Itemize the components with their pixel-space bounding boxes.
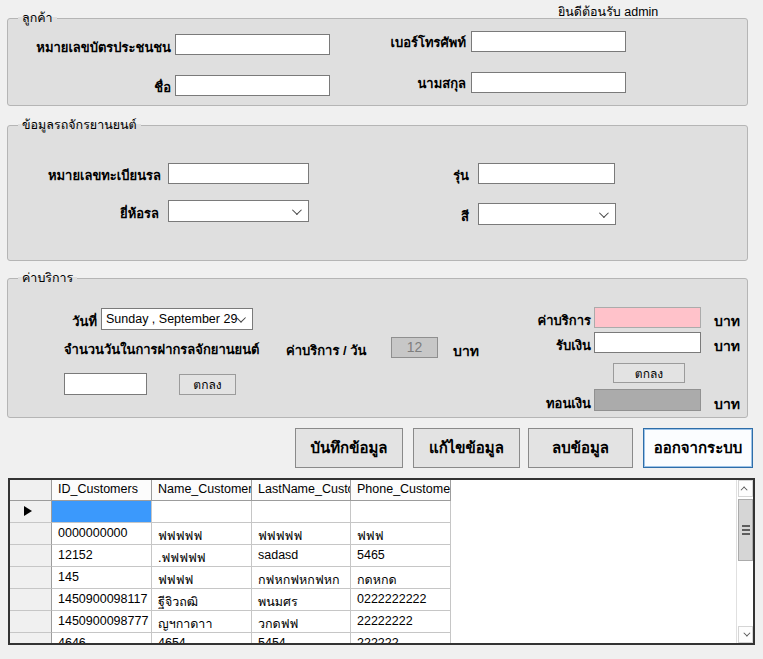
table-cell[interactable]: ฐีจิวถฒิ: [152, 589, 252, 611]
chevron-down-icon: [743, 630, 750, 637]
phone-label: เบอร์โทรศัพท์: [338, 32, 466, 53]
column-header-phone[interactable]: Phone_Customers: [351, 480, 451, 501]
row-selector[interactable]: [10, 589, 52, 611]
table-cell[interactable]: ฟฟฟ: [351, 523, 451, 545]
table-row: 4646 4654 5454 222222: [10, 633, 753, 645]
scroll-down-button[interactable]: [738, 626, 753, 643]
payment-ok-button[interactable]: ตกลง: [613, 363, 685, 383]
phone-input[interactable]: [471, 31, 626, 52]
chevron-down-icon: [292, 205, 302, 215]
column-header-lastname[interactable]: LastName_Custome: [252, 480, 351, 501]
row-selector[interactable]: [10, 501, 52, 523]
plate-number-input[interactable]: [168, 163, 309, 184]
row-selector[interactable]: [10, 567, 52, 589]
table-cell[interactable]: [152, 501, 252, 523]
thumb-grip-icon: [742, 533, 750, 535]
edit-button[interactable]: แก้ไขข้อมูล: [413, 428, 520, 468]
table-cell[interactable]: ญฯกาดาา: [152, 611, 252, 633]
grid-row-filler: [451, 611, 753, 633]
model-input[interactable]: [478, 163, 615, 184]
days-count-label: จำนวนวันในการฝากรลจักยานยนต์: [64, 339, 260, 360]
table-cell[interactable]: 4646: [52, 633, 152, 645]
grid-corner-cell[interactable]: [10, 480, 52, 501]
rate-per-day-value: 12: [391, 337, 438, 358]
save-button[interactable]: บันทึกข้อมูล: [295, 428, 403, 468]
brand-label: ยี่ห้อรล: [11, 203, 159, 224]
table-cell[interactable]: กฟหกฟหกฟหก: [252, 567, 351, 589]
table-cell[interactable]: 0000000000: [52, 523, 152, 545]
table-cell[interactable]: 5454: [252, 633, 351, 645]
scroll-up-button[interactable]: [738, 480, 753, 497]
logout-button[interactable]: ออกจากระบบ: [643, 428, 753, 468]
table-cell[interactable]: sadasd: [252, 545, 351, 567]
days-count-input[interactable]: [64, 373, 147, 395]
app-window: ยินดีต้อนรับ admin ลูกค้า หมายเลขบัตรประ…: [0, 0, 763, 659]
table-cell[interactable]: 0222222222: [351, 589, 451, 611]
delete-button[interactable]: ลบข้อมูล: [528, 428, 633, 468]
chevron-up-icon: [741, 486, 748, 493]
chevron-down-icon: [237, 313, 246, 322]
table-cell[interactable]: พนมศร: [252, 589, 351, 611]
received-input[interactable]: [594, 332, 701, 353]
baht-label: บาท: [714, 393, 740, 415]
rate-per-day-label: ค่าบริการ / วัน: [286, 340, 366, 361]
grid-row-filler: [451, 633, 753, 645]
baht-label: บาท: [714, 335, 740, 357]
table-cell[interactable]: วกดฟฟ: [252, 611, 351, 633]
grid-header-row: ID_Customers Name_Customers LastName_Cus…: [10, 480, 753, 501]
table-cell[interactable]: 1450900098117: [52, 589, 152, 611]
brand-combobox[interactable]: [168, 200, 309, 222]
table-cell[interactable]: 22222222: [351, 611, 451, 633]
table-cell[interactable]: [252, 501, 351, 523]
thumb-grip-icon: [742, 529, 750, 531]
color-combobox[interactable]: [478, 203, 616, 225]
date-label: วันที่: [37, 311, 97, 332]
chevron-down-icon: [599, 208, 609, 218]
days-ok-button[interactable]: ตกลง: [179, 374, 236, 395]
table-row: 1450900098117 ฐีจิวถฒิ พนมศร 0222222222: [10, 589, 753, 611]
table-row: 0000000000 ฟฟฟฟฟ ฟฟฟฟฟ ฟฟฟ: [10, 523, 753, 545]
row-selector[interactable]: [10, 633, 52, 645]
column-header-id[interactable]: ID_Customers: [52, 480, 152, 501]
scrollbar-thumb[interactable]: [738, 499, 753, 561]
table-cell[interactable]: 5465: [351, 545, 451, 567]
table-cell[interactable]: กดหกด: [351, 567, 451, 589]
firstname-input[interactable]: [175, 75, 330, 96]
row-selector[interactable]: [10, 545, 52, 567]
row-selector[interactable]: [10, 611, 52, 633]
row-selector[interactable]: [10, 523, 52, 545]
table-cell[interactable]: [52, 501, 152, 523]
customers-grid: ID_Customers Name_Customers LastName_Cus…: [8, 478, 755, 645]
received-label: รับเงิน: [489, 335, 591, 356]
table-cell[interactable]: ฟฟฟฟฟ: [252, 523, 351, 545]
table-row: 12152 .ฟฟฟฟฟ sadasd 5465: [10, 545, 753, 567]
table-cell[interactable]: ฟฟฟฟฟ: [152, 523, 252, 545]
citizen-id-label: หมายเลขบัตรประชนชน: [21, 37, 171, 58]
baht-label: บาท: [453, 340, 479, 362]
fee-input[interactable]: [594, 307, 701, 328]
citizen-id-input[interactable]: [175, 34, 330, 55]
table-row: [10, 501, 753, 523]
firstname-label: ชื่อ: [101, 77, 171, 98]
column-header-name[interactable]: Name_Customers: [152, 480, 252, 501]
table-cell[interactable]: 12152: [52, 545, 152, 567]
table-cell[interactable]: .ฟฟฟฟฟ: [152, 545, 252, 567]
table-cell[interactable]: 4654: [152, 633, 252, 645]
service-fee-group-title: ค่าบริการ: [18, 270, 77, 286]
lastname-input[interactable]: [471, 72, 626, 93]
grid-header-filler: [451, 480, 753, 501]
date-picker-value: Sunday , September 29: [102, 312, 237, 326]
grid-row-filler: [451, 589, 753, 611]
grid-row-filler: [451, 545, 753, 567]
change-value: [594, 389, 701, 411]
change-label: ทอนเงิน: [489, 393, 591, 414]
grid-vertical-scrollbar[interactable]: [736, 480, 753, 643]
table-cell[interactable]: 1450900098777: [52, 611, 152, 633]
lastname-label: นามสกุล: [338, 73, 466, 94]
table-cell[interactable]: 222222: [351, 633, 451, 645]
table-cell[interactable]: 145: [52, 567, 152, 589]
date-picker[interactable]: Sunday , September 29: [101, 308, 253, 330]
table-row: 1450900098777 ญฯกาดาา วกดฟฟ 22222222: [10, 611, 753, 633]
table-cell[interactable]: [351, 501, 451, 523]
table-cell[interactable]: ฟฟฟฟ: [152, 567, 252, 589]
